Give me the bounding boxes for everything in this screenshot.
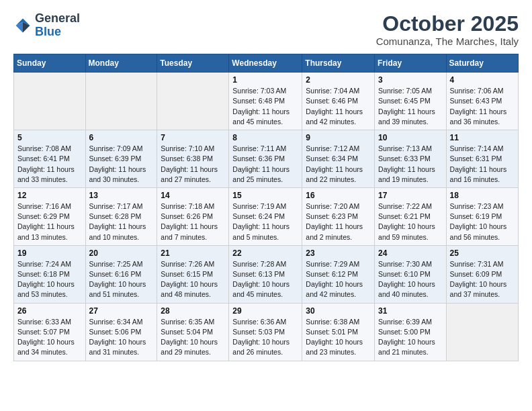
day-number: 24 (378, 248, 443, 258)
logo-general: General (35, 11, 80, 25)
table-row: 30Sunrise: 6:38 AM Sunset: 5:01 PM Dayli… (302, 303, 375, 361)
table-row: 27Sunrise: 6:34 AM Sunset: 5:06 PM Dayli… (85, 303, 157, 361)
day-number: 20 (89, 248, 154, 258)
calendar-week-row: 12Sunrise: 7:16 AM Sunset: 6:29 PM Dayli… (14, 187, 519, 245)
table-row: 23Sunrise: 7:29 AM Sunset: 6:12 PM Dayli… (302, 245, 375, 303)
day-info: Sunrise: 7:05 AM Sunset: 6:45 PM Dayligh… (378, 86, 443, 127)
table-row: 7Sunrise: 7:10 AM Sunset: 6:38 PM Daylig… (157, 130, 229, 188)
day-info: Sunrise: 6:39 AM Sunset: 5:00 PM Dayligh… (378, 317, 443, 358)
table-row (85, 73, 157, 130)
table-row: 21Sunrise: 7:26 AM Sunset: 6:15 PM Dayli… (157, 245, 229, 303)
calendar-week-row: 26Sunrise: 6:33 AM Sunset: 5:07 PM Dayli… (14, 303, 519, 361)
calendar-table: Sunday Monday Tuesday Wednesday Thursday… (13, 54, 519, 361)
calendar-subtitle: Comunanza, The Marches, Italy (376, 36, 519, 47)
day-info: Sunrise: 7:28 AM Sunset: 6:13 PM Dayligh… (232, 259, 298, 300)
table-row (14, 73, 86, 130)
day-info: Sunrise: 7:17 AM Sunset: 6:28 PM Dayligh… (89, 201, 154, 242)
day-number: 27 (89, 306, 154, 316)
day-number: 25 (450, 248, 515, 258)
day-info: Sunrise: 7:31 AM Sunset: 6:09 PM Dayligh… (450, 259, 515, 300)
table-row: 28Sunrise: 6:35 AM Sunset: 5:04 PM Dayli… (157, 303, 229, 361)
weekday-thursday: Thursday (302, 54, 375, 73)
weekday-header-row: Sunday Monday Tuesday Wednesday Thursday… (14, 54, 519, 73)
day-info: Sunrise: 6:36 AM Sunset: 5:03 PM Dayligh… (232, 317, 298, 358)
day-info: Sunrise: 7:04 AM Sunset: 6:46 PM Dayligh… (306, 86, 371, 127)
weekday-monday: Monday (85, 54, 157, 73)
table-row: 5Sunrise: 7:08 AM Sunset: 6:41 PM Daylig… (14, 130, 86, 188)
day-info: Sunrise: 7:16 AM Sunset: 6:29 PM Dayligh… (17, 201, 82, 242)
day-info: Sunrise: 7:10 AM Sunset: 6:38 PM Dayligh… (161, 144, 225, 185)
table-row: 15Sunrise: 7:19 AM Sunset: 6:24 PM Dayli… (229, 187, 302, 245)
day-number: 9 (306, 133, 371, 142)
table-row: 22Sunrise: 7:28 AM Sunset: 6:13 PM Dayli… (229, 245, 302, 303)
day-info: Sunrise: 7:14 AM Sunset: 6:31 PM Dayligh… (450, 144, 515, 185)
table-row: 31Sunrise: 6:39 AM Sunset: 5:00 PM Dayli… (375, 303, 447, 361)
day-number: 31 (378, 306, 443, 316)
table-row: 8Sunrise: 7:11 AM Sunset: 6:36 PM Daylig… (229, 130, 302, 188)
table-row: 10Sunrise: 7:13 AM Sunset: 6:33 PM Dayli… (375, 130, 447, 188)
day-info: Sunrise: 7:29 AM Sunset: 6:12 PM Dayligh… (306, 259, 371, 300)
day-number: 30 (306, 306, 371, 316)
day-info: Sunrise: 6:35 AM Sunset: 5:04 PM Dayligh… (161, 317, 225, 358)
day-info: Sunrise: 7:19 AM Sunset: 6:24 PM Dayligh… (232, 201, 298, 242)
day-number: 13 (89, 191, 154, 200)
table-row: 17Sunrise: 7:22 AM Sunset: 6:21 PM Dayli… (375, 187, 447, 245)
day-number: 16 (306, 191, 371, 200)
day-number: 17 (378, 191, 443, 200)
day-info: Sunrise: 6:38 AM Sunset: 5:01 PM Dayligh… (306, 317, 371, 358)
calendar-week-row: 5Sunrise: 7:08 AM Sunset: 6:41 PM Daylig… (14, 130, 519, 188)
table-row (157, 73, 229, 130)
day-number: 14 (161, 191, 225, 200)
day-info: Sunrise: 7:18 AM Sunset: 6:26 PM Dayligh… (161, 201, 225, 242)
day-info: Sunrise: 7:30 AM Sunset: 6:10 PM Dayligh… (378, 259, 443, 300)
table-row: 12Sunrise: 7:16 AM Sunset: 6:29 PM Dayli… (14, 187, 86, 245)
day-number: 7 (161, 133, 225, 142)
weekday-saturday: Saturday (446, 54, 518, 73)
day-info: Sunrise: 7:20 AM Sunset: 6:23 PM Dayligh… (306, 201, 371, 242)
table-row: 14Sunrise: 7:18 AM Sunset: 6:26 PM Dayli… (157, 187, 229, 245)
day-info: Sunrise: 7:25 AM Sunset: 6:16 PM Dayligh… (89, 259, 154, 300)
weekday-wednesday: Wednesday (229, 54, 302, 73)
table-row: 13Sunrise: 7:17 AM Sunset: 6:28 PM Dayli… (85, 187, 157, 245)
table-row: 18Sunrise: 7:23 AM Sunset: 6:19 PM Dayli… (446, 187, 518, 245)
table-row: 4Sunrise: 7:06 AM Sunset: 6:43 PM Daylig… (446, 73, 518, 130)
day-number: 15 (232, 191, 298, 200)
day-number: 28 (161, 306, 225, 316)
weekday-friday: Friday (375, 54, 447, 73)
day-number: 22 (232, 248, 298, 258)
weekday-sunday: Sunday (14, 54, 86, 73)
day-info: Sunrise: 6:34 AM Sunset: 5:06 PM Dayligh… (89, 317, 154, 358)
day-info: Sunrise: 7:13 AM Sunset: 6:33 PM Dayligh… (378, 144, 443, 185)
day-info: Sunrise: 7:22 AM Sunset: 6:21 PM Dayligh… (378, 201, 443, 242)
table-row: 16Sunrise: 7:20 AM Sunset: 6:23 PM Dayli… (302, 187, 375, 245)
logo-text: General Blue (35, 12, 80, 39)
weekday-tuesday: Tuesday (157, 54, 229, 73)
day-number: 12 (17, 191, 82, 200)
table-row: 6Sunrise: 7:09 AM Sunset: 6:39 PM Daylig… (85, 130, 157, 188)
day-number: 4 (450, 75, 515, 85)
day-info: Sunrise: 7:23 AM Sunset: 6:19 PM Dayligh… (450, 201, 515, 242)
day-number: 19 (17, 248, 82, 258)
table-row: 11Sunrise: 7:14 AM Sunset: 6:31 PM Dayli… (446, 130, 518, 188)
table-row: 26Sunrise: 6:33 AM Sunset: 5:07 PM Dayli… (14, 303, 86, 361)
table-row: 9Sunrise: 7:12 AM Sunset: 6:34 PM Daylig… (302, 130, 375, 188)
logo-icon (13, 16, 32, 35)
day-number: 23 (306, 248, 371, 258)
day-number: 8 (232, 133, 298, 142)
table-row (446, 303, 518, 361)
table-row: 1Sunrise: 7:03 AM Sunset: 6:48 PM Daylig… (229, 73, 302, 130)
logo-blue: Blue (35, 25, 61, 38)
day-info: Sunrise: 7:06 AM Sunset: 6:43 PM Dayligh… (450, 86, 515, 127)
day-info: Sunrise: 7:11 AM Sunset: 6:36 PM Dayligh… (232, 144, 298, 185)
day-number: 21 (161, 248, 225, 258)
day-number: 3 (378, 75, 443, 85)
day-info: Sunrise: 7:24 AM Sunset: 6:18 PM Dayligh… (17, 259, 82, 300)
table-row: 3Sunrise: 7:05 AM Sunset: 6:45 PM Daylig… (375, 73, 447, 130)
day-number: 26 (17, 306, 82, 316)
day-number: 11 (450, 133, 515, 142)
calendar-week-row: 19Sunrise: 7:24 AM Sunset: 6:18 PM Dayli… (14, 245, 519, 303)
day-number: 29 (232, 306, 298, 316)
day-number: 5 (17, 133, 82, 142)
title-block: October 2025 Comunanza, The Marches, Ita… (376, 12, 519, 47)
day-number: 6 (89, 133, 154, 142)
